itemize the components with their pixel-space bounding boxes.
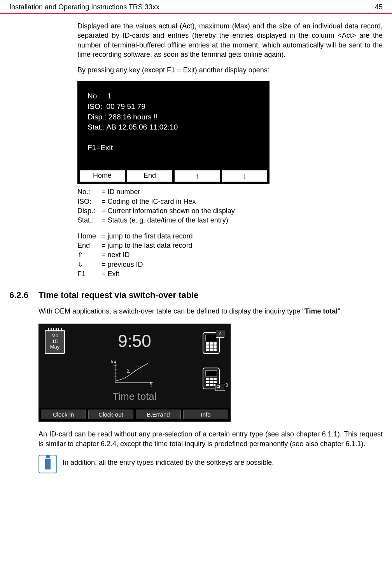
row-iso: ISO: 00 79 51 79: [88, 102, 259, 112]
row-exit: F1=Exit: [88, 143, 259, 153]
graph-icon: h Σ t: [109, 359, 156, 387]
section-heading: 6.2.6 Time total request via switch-over…: [9, 290, 383, 300]
softkey-berrand[interactable]: B.Errand: [136, 410, 181, 419]
info-text: In addition, all the entry types indicat…: [63, 455, 274, 467]
section-number: 6.2.6: [9, 290, 38, 300]
softkey-down[interactable]: ↓: [222, 170, 267, 182]
softkey-clock-in[interactable]: Clock-in: [41, 410, 86, 419]
section-title: Time total request via switch-over table: [38, 290, 199, 300]
paragraph-oem: With OEM applications, a switch-over tab…: [38, 307, 383, 316]
axis-h-label: h: [111, 360, 113, 364]
info-note: In addition, all the entry types indicat…: [38, 455, 383, 473]
softkey-bar-1: Home End ↑ ↓: [78, 169, 269, 183]
row-no: No.: 1: [88, 91, 259, 102]
info-icon: [38, 455, 57, 473]
softkey-info[interactable]: Info: [183, 410, 228, 419]
wave-icon: ((: [226, 383, 228, 387]
page-header: Installation and Operating Instructions …: [0, 0, 392, 13]
sigma-label: Σ: [127, 368, 130, 374]
softkey-end[interactable]: End: [127, 170, 172, 182]
axis-t-label: t: [150, 383, 152, 387]
header-title: Installation and Operating Instructions …: [9, 3, 159, 11]
mode-label: Time total: [39, 391, 230, 403]
clock-time: 9:50: [39, 331, 230, 351]
softkey-bar-2: Clock-in Clock-out B.Errand Info: [39, 408, 230, 421]
card-reader-rfid-icon: ((: [203, 368, 220, 389]
softkey-home[interactable]: Home: [80, 170, 125, 182]
terminal-screenshot-1: No.: 1 ISO: 00 79 51 79 Disp.: 288:16 ho…: [77, 81, 270, 184]
definitions-block-1: No.:= ID number ISO:= Coding of the IC-c…: [77, 187, 383, 225]
row-disp: Disp.: 288:16 hours !!: [88, 112, 259, 123]
svg-marker-2: [114, 360, 116, 363]
arrow-up-icon: ↑: [195, 172, 199, 180]
terminal-screenshot-2: Mo 15 May ✓ (( 9:50: [38, 324, 231, 422]
definitions-block-2: Home= jump to the first data record End=…: [77, 231, 383, 278]
card-icon: [215, 384, 225, 391]
arrow-down-icon: ↓: [243, 172, 247, 180]
softkey-clock-out[interactable]: Clock-out: [88, 410, 133, 419]
paragraph-press-key: By pressing any key (except F1 = Exit) a…: [77, 65, 383, 75]
row-stat: Stat.: AB 12.05.06 11:02:10: [88, 122, 259, 133]
softkey-up[interactable]: ↑: [175, 170, 220, 182]
page-number: 45: [375, 3, 383, 11]
paragraph-idcard: An ID-card can be read without any pre-s…: [38, 429, 383, 448]
paragraph-intro: Displayed are the values actual (Act), m…: [77, 21, 383, 59]
